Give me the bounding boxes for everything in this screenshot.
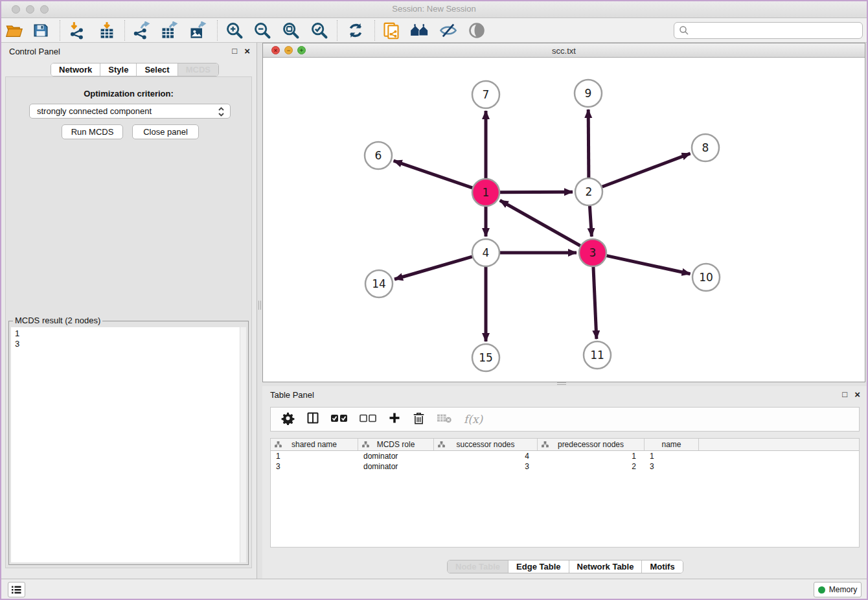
network-window-title: scc.txt [263,46,865,56]
chevron-up-down-icon [218,106,225,119]
zoom-fit-icon[interactable] [281,21,301,40]
show-graphics-details-icon[interactable] [467,21,486,40]
tab-select[interactable]: Select [137,63,177,76]
tab-network-table[interactable]: Network Table [569,560,643,573]
column-type-tree-icon [275,441,282,448]
table-cell[interactable]: 3 [271,461,358,472]
table-toolbar: f(x) [270,407,860,432]
hide-graphics-details-icon[interactable] [439,21,458,40]
import-table-icon[interactable] [97,21,117,40]
mcds-panel: Optimization criterion: strongly connect… [5,76,252,568]
save-session-icon[interactable] [31,21,51,40]
table-header-row: shared nameMCDS rolesuccessor nodesprede… [271,439,859,451]
zoom-selected-icon[interactable] [310,21,329,40]
tab-style[interactable]: Style [100,63,137,76]
memory-button[interactable]: Memory [814,582,862,597]
result-scrollbar[interactable] [240,327,246,562]
table-cell[interactable]: 3 [645,461,699,472]
column-header-MCDS-role[interactable]: MCDS role [358,439,434,450]
table-cell[interactable]: 3 [434,461,538,472]
close-panel-button[interactable]: Close panel [132,124,199,139]
graph-edge-3-1[interactable] [500,200,580,246]
zoom-out-icon[interactable] [253,21,272,40]
memory-status-dot [818,586,825,594]
control-panel-title: Control Panel [9,47,60,56]
deselect-all-icon[interactable] [360,413,376,425]
table-row[interactable]: 3dominator323 [271,461,859,472]
open-session-icon[interactable] [5,21,24,40]
main-toolbar [0,18,868,43]
graph-node-label: 3 [589,246,597,259]
table-panel-float-icon[interactable]: □ [842,389,847,399]
graph-node-label: 8 [702,141,709,154]
table-row[interactable]: 1dominator411 [271,451,859,461]
graph-node-label: 6 [375,149,382,162]
toolbar-separator [374,20,375,41]
tab-node-table[interactable]: Node Table [448,560,508,573]
graph-node-label: 2 [586,185,593,198]
control-panel-float-icon[interactable]: □ [232,46,237,56]
table-panel-close-icon[interactable]: × [854,389,860,399]
graph-edge-1-6[interactable] [394,161,473,188]
graph-node-label: 7 [483,88,490,101]
select-all-icon[interactable] [331,413,348,425]
delete-table-icon-disabled [437,413,452,426]
cyndex-home-icon[interactable] [410,21,429,40]
table-cell[interactable]: 4 [434,451,538,461]
search-input[interactable] [674,22,863,39]
table-panel-tabs: Node TableEdge TableNetwork TableMotifs [447,560,683,573]
table-cell[interactable]: 1 [645,451,699,461]
control-panel-close-icon[interactable]: × [244,46,250,56]
export-network-icon[interactable] [131,21,151,40]
graph-edge-1-2[interactable] [500,192,573,192]
task-history-button[interactable] [8,582,25,597]
add-column-icon[interactable] [388,411,401,427]
mcds-result-title: MCDS result (2 nodes) [13,316,102,325]
tab-mcds[interactable]: MCDS [178,63,218,76]
run-mcds-button[interactable]: Run MCDS [62,124,123,139]
clone-network-icon[interactable] [382,21,401,40]
table-cell[interactable]: dominator [358,451,434,461]
network-view-window: × − + scc.txt 7968124314101511 [262,43,865,382]
horizontal-splitter-handle[interactable] [557,382,566,385]
tab-motifs[interactable]: Motifs [642,560,682,573]
list-icon [12,586,21,594]
graph-edge-3-10[interactable] [606,256,690,274]
column-header-shared-name[interactable]: shared name [271,439,358,450]
graph-node-label: 11 [590,349,604,362]
column-type-tree-icon [542,441,549,448]
graph-node-label: 14 [372,277,386,290]
export-table-icon[interactable] [159,21,179,40]
optimization-criterion-select[interactable]: strongly connected component [29,104,231,119]
control-panel-tabs: NetworkStyleSelectMCDS [51,63,219,76]
tab-edge-table[interactable]: Edge Table [508,560,569,573]
network-canvas[interactable]: 7968124314101511 [263,58,865,382]
graph-edge-4-14[interactable] [394,257,472,279]
column-header-predecessor-nodes[interactable]: predecessor nodes [538,439,645,450]
graph-edge-2-8[interactable] [602,154,691,187]
column-header-successor-nodes[interactable]: successor nodes [434,439,538,450]
mcds-result-list[interactable]: 13 [11,327,246,562]
vertical-splitter-handle[interactable] [258,301,261,310]
graph-edge-2-9[interactable] [588,110,589,178]
column-header-filler [699,439,859,450]
toolbar-separator [337,20,337,41]
export-image-icon[interactable] [188,21,207,40]
mcds-result-line: 1 [15,329,242,339]
mcds-result-line: 3 [15,339,242,349]
tab-network[interactable]: Network [51,63,100,76]
show-column-icon[interactable] [306,411,319,427]
table-cell[interactable]: 1 [271,451,358,461]
table-cell[interactable]: dominator [358,461,434,472]
delete-column-icon[interactable] [413,411,425,428]
refresh-view-icon[interactable] [346,21,365,40]
table-cell[interactable]: 1 [538,451,645,461]
table-cell[interactable]: 2 [538,461,645,472]
graph-edge-3-11[interactable] [593,267,597,339]
optimization-criterion-label: Optimization criterion: [6,89,251,98]
import-network-icon[interactable] [67,21,87,40]
column-header-name[interactable]: name [645,439,699,450]
graph-edge-2-3[interactable] [589,206,591,237]
table-options-gear-icon[interactable] [281,411,295,428]
zoom-in-icon[interactable] [225,21,244,40]
